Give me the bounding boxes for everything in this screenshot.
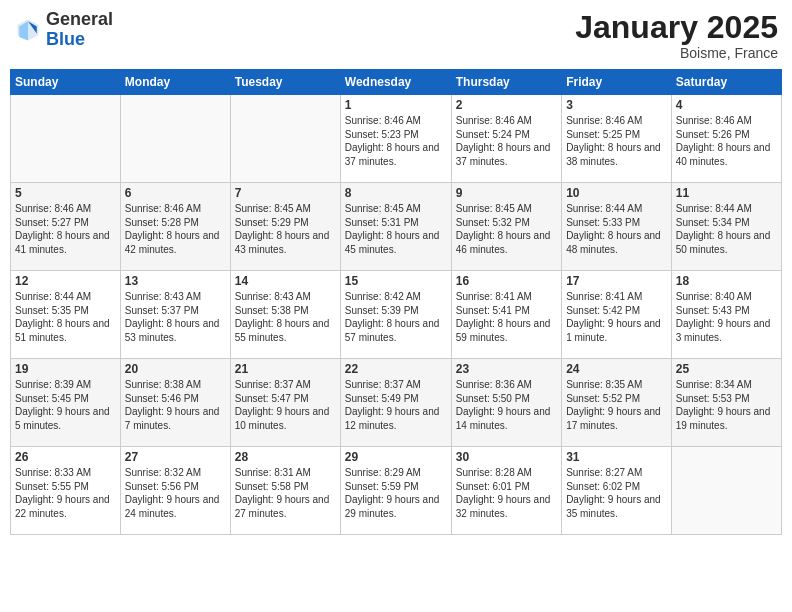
cell-content-line: Daylight: 8 hours and 41 minutes. xyxy=(15,229,116,256)
weekday-header: Monday xyxy=(120,70,230,95)
calendar-cell: 31Sunrise: 8:27 AMSunset: 6:02 PMDayligh… xyxy=(562,447,672,535)
cell-content-line: Sunrise: 8:41 AM xyxy=(456,290,557,304)
calendar-week-row: 5Sunrise: 8:46 AMSunset: 5:27 PMDaylight… xyxy=(11,183,782,271)
day-number: 3 xyxy=(566,98,667,112)
day-number: 2 xyxy=(456,98,557,112)
day-number: 5 xyxy=(15,186,116,200)
cell-content-line: Daylight: 9 hours and 14 minutes. xyxy=(456,405,557,432)
cell-content-line: Sunset: 5:41 PM xyxy=(456,304,557,318)
cell-content-line: Daylight: 8 hours and 46 minutes. xyxy=(456,229,557,256)
calendar-cell: 5Sunrise: 8:46 AMSunset: 5:27 PMDaylight… xyxy=(11,183,121,271)
cell-content-line: Sunrise: 8:46 AM xyxy=(125,202,226,216)
cell-content-line: Daylight: 8 hours and 51 minutes. xyxy=(15,317,116,344)
cell-content-line: Sunrise: 8:41 AM xyxy=(566,290,667,304)
cell-content-line: Daylight: 8 hours and 50 minutes. xyxy=(676,229,777,256)
cell-content-line: Daylight: 8 hours and 53 minutes. xyxy=(125,317,226,344)
logo-text: General Blue xyxy=(46,10,113,50)
calendar-cell: 17Sunrise: 8:41 AMSunset: 5:42 PMDayligh… xyxy=(562,271,672,359)
cell-content-line: Daylight: 9 hours and 19 minutes. xyxy=(676,405,777,432)
day-number: 14 xyxy=(235,274,336,288)
cell-content-line: Sunrise: 8:46 AM xyxy=(676,114,777,128)
calendar-cell: 6Sunrise: 8:46 AMSunset: 5:28 PMDaylight… xyxy=(120,183,230,271)
weekday-header: Sunday xyxy=(11,70,121,95)
cell-content-line: Sunset: 6:01 PM xyxy=(456,480,557,494)
day-number: 31 xyxy=(566,450,667,464)
cell-content-line: Sunset: 5:35 PM xyxy=(15,304,116,318)
day-number: 26 xyxy=(15,450,116,464)
cell-content-line: Daylight: 8 hours and 59 minutes. xyxy=(456,317,557,344)
calendar-cell: 8Sunrise: 8:45 AMSunset: 5:31 PMDaylight… xyxy=(340,183,451,271)
cell-content-line: Sunrise: 8:44 AM xyxy=(15,290,116,304)
calendar-table: SundayMondayTuesdayWednesdayThursdayFrid… xyxy=(10,69,782,535)
cell-content-line: Sunrise: 8:45 AM xyxy=(456,202,557,216)
cell-content-line: Sunrise: 8:46 AM xyxy=(456,114,557,128)
cell-content-line: Sunset: 5:46 PM xyxy=(125,392,226,406)
calendar-cell: 26Sunrise: 8:33 AMSunset: 5:55 PMDayligh… xyxy=(11,447,121,535)
weekday-header: Saturday xyxy=(671,70,781,95)
cell-content-line: Sunset: 5:27 PM xyxy=(15,216,116,230)
cell-content-line: Daylight: 8 hours and 37 minutes. xyxy=(345,141,447,168)
cell-content-line: Daylight: 9 hours and 5 minutes. xyxy=(15,405,116,432)
cell-content-line: Sunset: 5:47 PM xyxy=(235,392,336,406)
day-number: 4 xyxy=(676,98,777,112)
cell-content-line: Daylight: 8 hours and 55 minutes. xyxy=(235,317,336,344)
cell-content-line: Sunrise: 8:46 AM xyxy=(566,114,667,128)
calendar-cell xyxy=(671,447,781,535)
day-number: 10 xyxy=(566,186,667,200)
cell-content-line: Daylight: 9 hours and 12 minutes. xyxy=(345,405,447,432)
day-number: 20 xyxy=(125,362,226,376)
page-header: General Blue January 2025 Boisme, France xyxy=(10,10,782,61)
cell-content-line: Sunrise: 8:39 AM xyxy=(15,378,116,392)
calendar-cell: 14Sunrise: 8:43 AMSunset: 5:38 PMDayligh… xyxy=(230,271,340,359)
calendar-cell: 7Sunrise: 8:45 AMSunset: 5:29 PMDaylight… xyxy=(230,183,340,271)
cell-content-line: Sunrise: 8:46 AM xyxy=(345,114,447,128)
calendar-cell: 28Sunrise: 8:31 AMSunset: 5:58 PMDayligh… xyxy=(230,447,340,535)
cell-content-line: Sunrise: 8:31 AM xyxy=(235,466,336,480)
day-number: 7 xyxy=(235,186,336,200)
location: Boisme, France xyxy=(575,45,778,61)
calendar-cell: 23Sunrise: 8:36 AMSunset: 5:50 PMDayligh… xyxy=(451,359,561,447)
cell-content-line: Daylight: 9 hours and 29 minutes. xyxy=(345,493,447,520)
day-number: 22 xyxy=(345,362,447,376)
day-number: 30 xyxy=(456,450,557,464)
cell-content-line: Daylight: 9 hours and 3 minutes. xyxy=(676,317,777,344)
weekday-header-row: SundayMondayTuesdayWednesdayThursdayFrid… xyxy=(11,70,782,95)
calendar-cell: 24Sunrise: 8:35 AMSunset: 5:52 PMDayligh… xyxy=(562,359,672,447)
day-number: 6 xyxy=(125,186,226,200)
cell-content-line: Daylight: 8 hours and 40 minutes. xyxy=(676,141,777,168)
cell-content-line: Sunset: 5:25 PM xyxy=(566,128,667,142)
cell-content-line: Sunrise: 8:32 AM xyxy=(125,466,226,480)
cell-content-line: Sunset: 5:58 PM xyxy=(235,480,336,494)
calendar-cell: 10Sunrise: 8:44 AMSunset: 5:33 PMDayligh… xyxy=(562,183,672,271)
day-number: 25 xyxy=(676,362,777,376)
cell-content-line: Sunset: 5:53 PM xyxy=(676,392,777,406)
cell-content-line: Sunset: 5:39 PM xyxy=(345,304,447,318)
cell-content-line: Sunset: 5:42 PM xyxy=(566,304,667,318)
day-number: 15 xyxy=(345,274,447,288)
day-number: 24 xyxy=(566,362,667,376)
cell-content-line: Daylight: 9 hours and 35 minutes. xyxy=(566,493,667,520)
day-number: 9 xyxy=(456,186,557,200)
cell-content-line: Sunrise: 8:43 AM xyxy=(235,290,336,304)
calendar-week-row: 19Sunrise: 8:39 AMSunset: 5:45 PMDayligh… xyxy=(11,359,782,447)
cell-content-line: Sunrise: 8:34 AM xyxy=(676,378,777,392)
calendar-cell: 18Sunrise: 8:40 AMSunset: 5:43 PMDayligh… xyxy=(671,271,781,359)
cell-content-line: Sunset: 5:23 PM xyxy=(345,128,447,142)
cell-content-line: Daylight: 9 hours and 1 minute. xyxy=(566,317,667,344)
weekday-header: Tuesday xyxy=(230,70,340,95)
cell-content-line: Sunset: 5:37 PM xyxy=(125,304,226,318)
calendar-cell xyxy=(11,95,121,183)
cell-content-line: Sunset: 5:31 PM xyxy=(345,216,447,230)
cell-content-line: Sunrise: 8:45 AM xyxy=(235,202,336,216)
cell-content-line: Sunrise: 8:33 AM xyxy=(15,466,116,480)
cell-content-line: Sunset: 5:59 PM xyxy=(345,480,447,494)
day-number: 29 xyxy=(345,450,447,464)
cell-content-line: Sunrise: 8:44 AM xyxy=(566,202,667,216)
day-number: 18 xyxy=(676,274,777,288)
cell-content-line: Sunrise: 8:45 AM xyxy=(345,202,447,216)
day-number: 11 xyxy=(676,186,777,200)
calendar-cell: 30Sunrise: 8:28 AMSunset: 6:01 PMDayligh… xyxy=(451,447,561,535)
cell-content-line: Daylight: 8 hours and 42 minutes. xyxy=(125,229,226,256)
calendar-cell: 9Sunrise: 8:45 AMSunset: 5:32 PMDaylight… xyxy=(451,183,561,271)
cell-content-line: Sunset: 5:38 PM xyxy=(235,304,336,318)
